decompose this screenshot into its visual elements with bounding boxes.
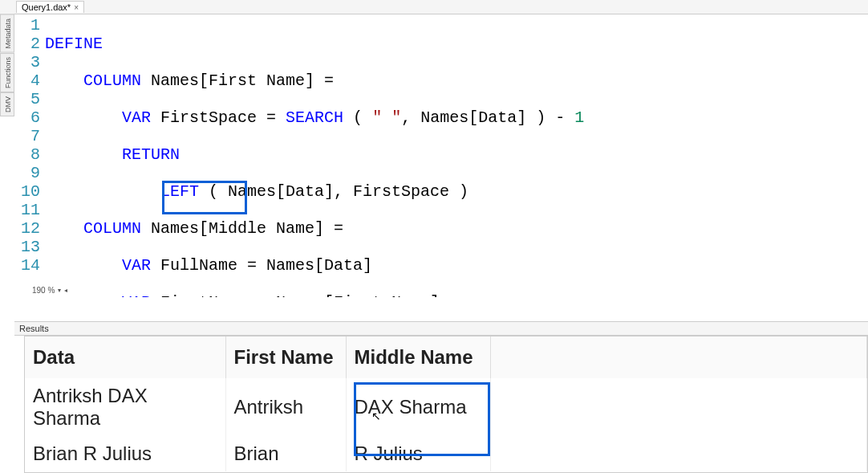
zoom-control[interactable]: 190 % ▾ ◂ bbox=[32, 283, 67, 297]
cell-middle: DAX Sharma bbox=[346, 378, 490, 436]
column-header-first-name[interactable]: First Name bbox=[225, 336, 346, 378]
code-content[interactable]: DEFINE COLUMN Names[First Name] = VAR Fi… bbox=[45, 16, 616, 297]
zoom-percent: 190 % bbox=[32, 286, 55, 295]
cell-data: Antriksh DAX Sharma bbox=[25, 378, 225, 436]
table-row[interactable]: Brian R Julius Brian R Julius bbox=[25, 436, 867, 471]
results-panel-header[interactable]: Results bbox=[14, 321, 868, 336]
line-gutter: 1 2 3 4 5 6 7 8 9 10 11 12 13 14 bbox=[14, 16, 45, 297]
cell-middle: R Julius bbox=[346, 436, 490, 471]
table-row[interactable]: Antriksh DAX Sharma Antriksh DAX Sharma bbox=[25, 378, 867, 436]
close-icon[interactable]: × bbox=[74, 3, 79, 12]
side-tab-dmv[interactable]: DMV bbox=[0, 92, 14, 116]
collapse-icon[interactable]: ◂ bbox=[64, 287, 67, 294]
side-tabs: Metadata Functions DMV bbox=[0, 14, 14, 119]
results-table: Data First Name Middle Name Antriksh DAX… bbox=[25, 336, 867, 471]
column-header-data[interactable]: Data bbox=[25, 336, 225, 378]
cell-first: Brian bbox=[225, 436, 346, 471]
column-header-empty bbox=[490, 336, 867, 378]
side-tab-functions[interactable]: Functions bbox=[0, 53, 14, 92]
column-header-middle-name[interactable]: Middle Name bbox=[346, 336, 490, 378]
tab-bar: Query1.dax* × bbox=[0, 0, 868, 14]
cell-data: Brian R Julius bbox=[25, 436, 225, 471]
side-tab-metadata[interactable]: Metadata bbox=[0, 14, 14, 53]
chevron-down-icon[interactable]: ▾ bbox=[58, 287, 61, 294]
results-label: Results bbox=[19, 324, 49, 333]
table-header-row: Data First Name Middle Name bbox=[25, 336, 867, 378]
cell-first: Antriksh bbox=[225, 378, 346, 436]
results-grid[interactable]: Data First Name Middle Name Antriksh DAX… bbox=[24, 336, 868, 473]
tab-label: Query1.dax* bbox=[22, 2, 71, 12]
code-editor[interactable]: 1 2 3 4 5 6 7 8 9 10 11 12 13 14 DEFINE … bbox=[14, 14, 868, 297]
file-tab[interactable]: Query1.dax* × bbox=[16, 1, 84, 13]
